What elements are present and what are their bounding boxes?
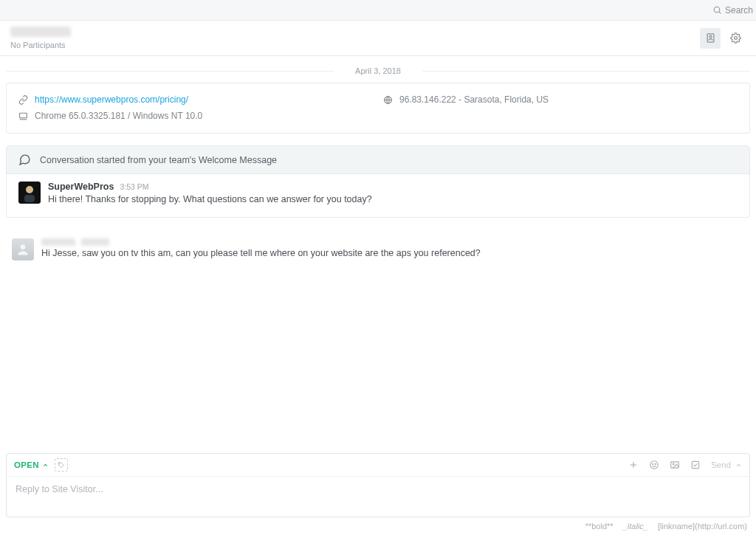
chevron-up-icon [735, 462, 742, 469]
conversation-start-block: Conversation started from your team's We… [6, 145, 750, 218]
plus-icon [628, 460, 639, 470]
svg-point-4 [734, 37, 737, 40]
tag-icon [58, 461, 65, 469]
date-separator: April 3, 2018 [6, 66, 750, 75]
settings-button[interactable] [725, 28, 746, 49]
image-icon [670, 460, 680, 470]
svg-point-11 [21, 244, 26, 249]
conversation-header: No Participants [0, 21, 756, 56]
status-label: OPEN [14, 460, 39, 469]
chevron-up-icon [42, 462, 49, 469]
search-label: Search [725, 5, 753, 15]
svg-point-17 [655, 463, 656, 464]
welcome-message: SuperWebPros 3:53 PM Hi there! Thanks fo… [7, 174, 749, 217]
svg-point-16 [653, 463, 653, 464]
message-text: Hi Jesse, saw you on tv this am, can you… [41, 247, 750, 260]
visitor-browser: Chrome 65.0.3325.181 / Windows NT 10.0 [35, 108, 202, 125]
participants-line: No Participants [10, 41, 700, 49]
svg-point-9 [26, 186, 33, 193]
brand-avatar-icon [18, 182, 41, 204]
global-search[interactable]: Search [712, 5, 753, 15]
add-attachment-button[interactable] [628, 460, 639, 470]
message-time: 3:53 PM [120, 182, 148, 191]
visitor-message: Hi Jesse, saw you on tv this am, can you… [6, 231, 750, 268]
image-button[interactable] [670, 460, 680, 470]
avatar [12, 238, 34, 260]
visitor-info-card: https://www.superwebpros.com/pricing/ 96… [6, 83, 750, 134]
svg-rect-10 [24, 195, 35, 202]
hint-link: [linkname](http://url.com) [658, 522, 747, 531]
visitor-url[interactable]: https://www.superwebpros.com/pricing/ [35, 92, 188, 108]
svg-point-12 [59, 463, 60, 464]
monitor-icon [18, 111, 28, 121]
composer: OPEN Send Reply to [6, 453, 750, 517]
person-icon [16, 242, 30, 257]
hint-italic: _italic_ [623, 522, 648, 531]
svg-rect-6 [20, 113, 27, 118]
gear-icon [730, 32, 741, 44]
formatting-hints: **bold** _italic_ [linkname](http://url.… [0, 520, 756, 535]
reply-input[interactable]: Reply to Site Visitor... [7, 477, 749, 517]
visitor-name [41, 238, 750, 246]
svg-line-1 [719, 12, 721, 13]
message-author: SuperWebPros [48, 182, 114, 192]
smiley-icon [649, 460, 659, 470]
emoji-button[interactable] [649, 460, 659, 470]
conversation-title [10, 27, 700, 39]
chat-bubble-icon [18, 153, 31, 166]
link-icon [18, 95, 28, 105]
topbar: Search [0, 0, 756, 21]
avatar [18, 182, 41, 204]
svg-point-19 [673, 463, 675, 465]
checkbox-icon [690, 460, 701, 470]
status-dropdown[interactable]: OPEN [14, 460, 49, 469]
contact-card-icon [705, 32, 716, 44]
svg-point-15 [650, 461, 659, 469]
visitor-ip-location: 96.83.146.222 - Sarasota, Florida, US [399, 92, 549, 108]
conversation-start-banner: Conversation started from your team's We… [40, 155, 277, 165]
svg-rect-20 [692, 461, 698, 468]
canned-response-button[interactable] [690, 460, 701, 470]
conversation-scroll[interactable]: April 3, 2018 https://www.superwebpros.c… [0, 56, 756, 453]
svg-point-3 [709, 35, 711, 38]
globe-icon [383, 95, 393, 105]
send-button[interactable]: Send [711, 460, 742, 469]
search-icon [712, 5, 722, 15]
svg-point-0 [714, 7, 720, 13]
message-text: Hi there! Thanks for stopping by. What q… [48, 193, 738, 207]
details-panel-button[interactable] [700, 28, 721, 49]
add-tag-button[interactable] [55, 458, 68, 472]
hint-bold: **bold** [585, 522, 614, 531]
send-label: Send [711, 460, 731, 469]
